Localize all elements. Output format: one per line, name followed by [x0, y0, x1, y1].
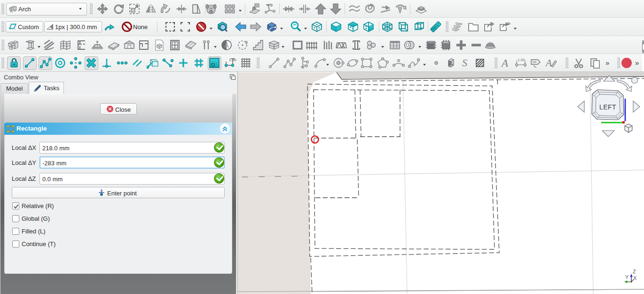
svg-text:LEFT: LEFT — [599, 103, 616, 111]
svg-text:Z: Z — [633, 269, 636, 274]
svg-text:X: X — [633, 275, 637, 281]
svg-text:Y: Y — [625, 274, 629, 280]
